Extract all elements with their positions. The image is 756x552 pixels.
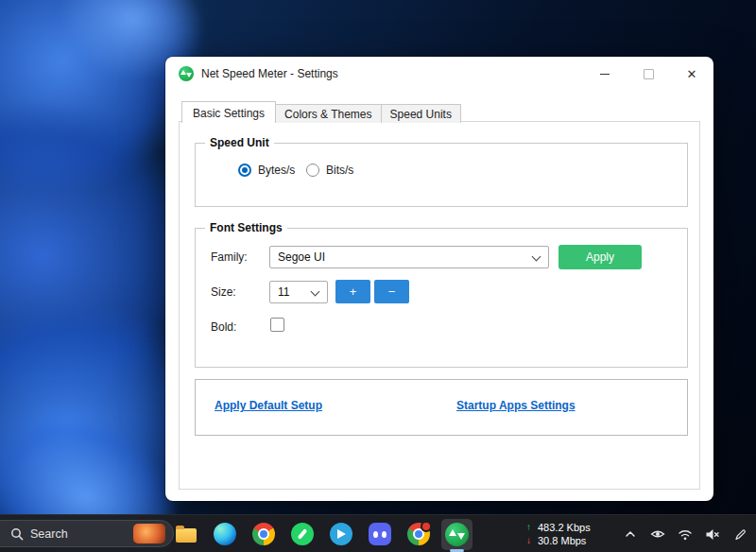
tab-basic-settings[interactable]: Basic Settings xyxy=(181,101,276,123)
startup-apps-settings-link[interactable]: Startup Apps Settings xyxy=(456,399,576,412)
system-tray: ↑ 483.2 Kbps ↓ 30.8 Mbps xyxy=(526,515,750,552)
apply-default-setup-link[interactable]: Apply Default Setup xyxy=(215,399,322,412)
taskbar-icon-file-explorer[interactable] xyxy=(170,519,201,550)
telegram-icon xyxy=(330,523,352,545)
tray-overflow-chevron-icon[interactable] xyxy=(620,524,641,544)
taskbar-icon-telegram[interactable] xyxy=(325,519,356,550)
folder-icon xyxy=(176,528,197,543)
settings-window: Net Speed Meter - Settings ✕ Basic Setti… xyxy=(165,57,713,501)
font-settings-legend: Font Settings xyxy=(205,221,287,235)
whatsapp-icon xyxy=(291,523,314,545)
close-button[interactable]: ✕ xyxy=(670,57,713,91)
minimize-icon xyxy=(600,74,610,75)
download-speed-value: 30.8 Mbps xyxy=(538,534,586,547)
search-label: Search xyxy=(30,527,68,541)
edge-icon xyxy=(214,523,236,545)
taskbar-search[interactable]: Search xyxy=(0,520,174,547)
shortcuts-groupbox: Apply Default Setup Startup Apps Setting… xyxy=(195,379,688,436)
tray-wifi-icon[interactable] xyxy=(675,524,696,544)
taskbar-icon-net-speed-meter[interactable] xyxy=(441,519,472,550)
tray-speed-meter[interactable]: ↑ 483.2 Kbps ↓ 30.8 Mbps xyxy=(526,521,613,547)
notification-badge xyxy=(421,521,432,532)
speed-unit-groupbox: Speed Unit Bytes/s Bits/s xyxy=(195,143,688,207)
window-controls: ✕ xyxy=(583,57,713,91)
font-family-combobox[interactable]: Segoe UI xyxy=(269,246,549,268)
chrome-icon xyxy=(252,523,275,545)
increase-size-button[interactable]: + xyxy=(335,280,370,303)
decrease-size-button[interactable]: − xyxy=(374,280,409,303)
radio-bytes-per-second[interactable]: Bytes/s xyxy=(238,164,295,177)
radio-bits-label: Bits/s xyxy=(326,164,353,177)
maximize-icon xyxy=(644,69,654,79)
chevron-down-icon xyxy=(532,252,541,262)
tray-eye-icon[interactable] xyxy=(647,524,668,544)
tray-volume-icon[interactable] xyxy=(702,524,723,544)
upload-speed-row: ↑ 483.2 Kbps xyxy=(526,521,613,534)
taskbar: Search ↑ 483.2 Kbps ↓ 30.8 Mbps xyxy=(0,514,756,552)
net-speed-meter-app-icon xyxy=(179,66,194,81)
speed-unit-legend: Speed Unit xyxy=(205,136,274,150)
download-speed-row: ↓ 30.8 Mbps xyxy=(526,534,613,547)
taskbar-icon-discord[interactable] xyxy=(364,519,395,550)
chevron-down-icon xyxy=(311,287,320,297)
tab-colors-themes[interactable]: Colors & Themes xyxy=(275,104,381,123)
font-size-value: 11 xyxy=(278,285,289,299)
size-label: Size: xyxy=(211,285,236,299)
window-title: Net Speed Meter - Settings xyxy=(201,67,338,80)
download-arrow-icon: ↓ xyxy=(526,534,536,547)
family-label: Family: xyxy=(211,250,248,264)
search-icon xyxy=(10,527,24,541)
minimize-button[interactable] xyxy=(583,57,627,91)
bold-label: Bold: xyxy=(211,320,236,334)
font-settings-groupbox: Font Settings Family: Segoe UI Apply Siz… xyxy=(195,228,688,368)
font-size-combobox[interactable]: 11 xyxy=(269,281,328,303)
upload-arrow-icon: ↑ xyxy=(526,521,536,534)
taskbar-app-icons xyxy=(170,515,472,552)
radio-bytes-label: Bytes/s xyxy=(258,164,295,177)
net-speed-meter-icon xyxy=(445,523,469,546)
tray-pen-icon[interactable] xyxy=(730,524,750,544)
search-highlight-image xyxy=(133,524,165,543)
settings-tabstrip: Basic Settings Colors & Themes Speed Uni… xyxy=(181,101,461,123)
font-family-value: Segoe UI xyxy=(278,250,325,264)
taskbar-icon-edge[interactable] xyxy=(209,519,240,550)
upload-speed-value: 483.2 Kbps xyxy=(538,521,591,534)
basic-settings-panel: Speed Unit Bytes/s Bits/s Font Settings … xyxy=(179,121,700,490)
discord-icon xyxy=(369,523,391,545)
radio-unselected-icon xyxy=(306,164,319,177)
taskbar-icon-chrome[interactable] xyxy=(248,519,279,550)
taskbar-icon-chrome-profile[interactable] xyxy=(403,519,434,550)
tab-speed-units[interactable]: Speed Units xyxy=(381,104,461,123)
taskbar-icon-whatsapp[interactable] xyxy=(286,519,318,550)
apply-button[interactable]: Apply xyxy=(558,245,642,269)
bold-checkbox[interactable] xyxy=(270,318,284,332)
radio-selected-icon xyxy=(238,164,251,177)
titlebar[interactable]: Net Speed Meter - Settings ✕ xyxy=(165,57,713,91)
radio-bits-per-second[interactable]: Bits/s xyxy=(306,164,353,177)
maximize-button xyxy=(627,57,670,91)
